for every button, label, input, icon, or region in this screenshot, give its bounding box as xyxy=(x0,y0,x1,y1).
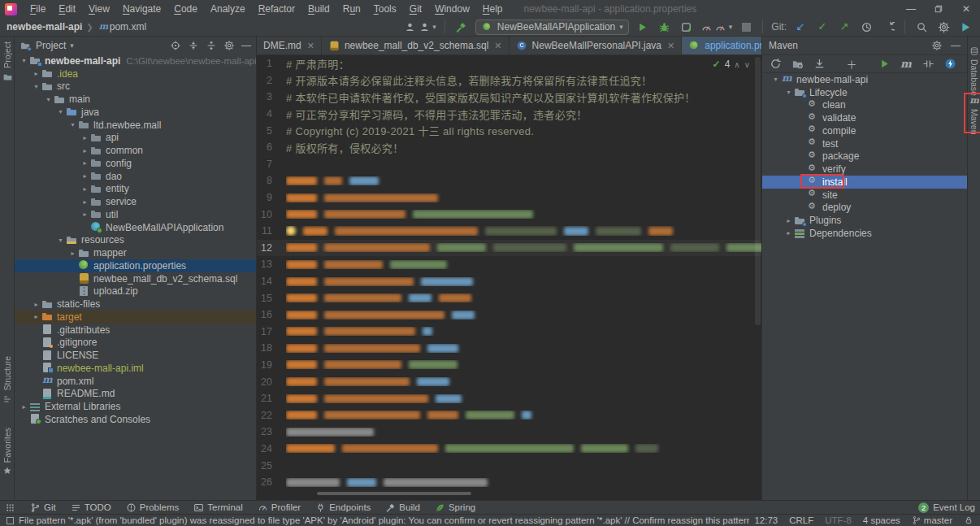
maven-refresh-button[interactable] xyxy=(767,56,783,72)
expand-all-icon[interactable] xyxy=(188,40,199,51)
project-item-static-files[interactable]: ▸static-files xyxy=(15,298,256,311)
project-item-api[interactable]: ▸api xyxy=(15,132,256,145)
project-item-src[interactable]: ▾src xyxy=(15,80,256,93)
maven-item-site[interactable]: site xyxy=(762,189,967,202)
tool-button-terminal[interactable]: Terminal xyxy=(193,502,242,513)
project-item--gitattributes[interactable]: .gitattributes xyxy=(15,324,256,337)
user-icon[interactable] xyxy=(416,19,432,35)
editor-tab-dme-md[interactable]: DME.md✕ xyxy=(257,37,322,54)
maven-item-dependencies[interactable]: ▸Dependencies xyxy=(762,227,967,240)
stop-button[interactable] xyxy=(738,19,754,35)
close-tab-icon[interactable]: ✕ xyxy=(494,41,501,51)
menu-navigate[interactable]: Navigate xyxy=(116,0,167,18)
close-tab-icon[interactable]: ✕ xyxy=(307,41,314,51)
menu-view[interactable]: View xyxy=(82,0,116,18)
menu-help[interactable]: Help xyxy=(476,0,510,18)
menu-git[interactable]: Git xyxy=(403,0,428,18)
maven-skip-tests-button[interactable] xyxy=(920,56,936,72)
git-push-button[interactable]: ↗ xyxy=(836,19,852,35)
project-item-scratches-and-consoles[interactable]: Scratches and Consoles xyxy=(15,413,256,426)
project-item-resources[interactable]: ▾resources xyxy=(15,234,256,247)
chevron-collapsed-icon[interactable]: ▸ xyxy=(31,301,41,308)
chevron-collapsed-icon[interactable]: ▸ xyxy=(783,217,794,224)
chevron-expanded-icon[interactable]: ▾ xyxy=(31,83,41,90)
maven-item-install[interactable]: install xyxy=(762,176,967,189)
chevron-expanded-icon[interactable]: ▾ xyxy=(55,237,66,244)
chevron-collapsed-icon[interactable]: ▸ xyxy=(80,185,90,193)
project-item-dao[interactable]: ▸dao xyxy=(15,170,256,183)
vertical-scrollbar-thumb[interactable] xyxy=(755,57,761,325)
maven-hide-panel-icon[interactable]: — xyxy=(951,40,960,51)
coverage-button[interactable] xyxy=(679,19,695,35)
chevron-expanded-icon[interactable]: ▾ xyxy=(770,76,781,83)
chevron-expanded-icon[interactable]: ▾ xyxy=(19,57,29,64)
hide-panel-icon[interactable]: — xyxy=(241,40,251,51)
project-item-newbee-mall-api[interactable]: ▾newbee-mall-apiC:\Git\newbee\newbee-mal… xyxy=(15,54,256,67)
maven-execute-goal-button[interactable]: m xyxy=(898,56,914,72)
close-tab-icon[interactable]: ✕ xyxy=(667,41,674,51)
tool-button-endpoints[interactable]: Endpoints xyxy=(315,502,371,513)
maven-panel-title[interactable]: Maven xyxy=(769,40,798,51)
run-button[interactable] xyxy=(635,19,651,35)
menu-edit[interactable]: Edit xyxy=(52,0,82,18)
chevron-collapsed-icon[interactable]: ▸ xyxy=(67,250,78,257)
prev-problem-icon[interactable]: ∧ xyxy=(734,60,739,69)
maven-item-compile[interactable]: compile xyxy=(762,124,967,137)
chevron-collapsed-icon[interactable]: ▸ xyxy=(783,229,794,237)
menu-window[interactable]: Window xyxy=(428,0,476,18)
maven-item-plugins[interactable]: ▸Plugins xyxy=(762,214,967,227)
file-encoding[interactable]: UTF-8 xyxy=(825,515,852,525)
chevron-collapsed-icon[interactable]: ▸ xyxy=(80,172,90,180)
profiler-button[interactable]: ▾ xyxy=(700,19,733,35)
tool-button-problems[interactable]: Problems xyxy=(126,502,180,513)
event-log-button[interactable]: 2 Event Log xyxy=(918,502,975,513)
maven-run-button[interactable] xyxy=(876,56,892,72)
menu-code[interactable]: Code xyxy=(167,0,204,18)
git-rollback-button[interactable] xyxy=(880,19,896,35)
maven-item-clean[interactable]: clean xyxy=(762,99,967,112)
tool-button-git[interactable]: Git xyxy=(30,502,56,513)
git-commit-button[interactable]: ✓ xyxy=(814,19,830,35)
git-branch-widget[interactable]: master xyxy=(912,515,952,525)
project-item-java[interactable]: ▾java xyxy=(15,106,256,119)
project-view-title[interactable]: Project xyxy=(36,40,66,51)
build-project-button[interactable] xyxy=(453,19,470,35)
maven-item-deploy[interactable]: deploy xyxy=(762,202,967,215)
project-item-mapper[interactable]: ▸mapper xyxy=(15,246,256,259)
project-item-license[interactable]: LICENSE xyxy=(15,349,256,362)
menu-run[interactable]: Run xyxy=(336,0,367,18)
editor-code-area[interactable]: 1# 严肃声明：2# 开源版本请务必保留此注释头信息，若删除我方将保留所有法律责… xyxy=(257,55,761,500)
horizontal-scrollbar-thumb[interactable] xyxy=(317,492,471,495)
tool-button-todo[interactable]: TODO xyxy=(71,502,111,513)
minimize-button[interactable]: — xyxy=(897,0,925,18)
maven-download-sources-button[interactable] xyxy=(811,56,827,72)
caret-position[interactable]: 12:73 xyxy=(754,515,778,525)
search-everywhere-button[interactable] xyxy=(913,19,930,35)
profiler-button-chevron-icon[interactable]: ▾ xyxy=(729,23,733,31)
git-update-button[interactable]: ↙ xyxy=(792,19,809,35)
next-problem-icon[interactable]: ∨ xyxy=(744,60,750,69)
maven-item-test[interactable]: test xyxy=(762,137,967,150)
chevron-expanded-icon[interactable]: ▾ xyxy=(43,96,54,103)
collapse-all-icon[interactable] xyxy=(206,40,217,51)
ide-features-trainer-icon[interactable] xyxy=(957,19,973,35)
git-history-button[interactable] xyxy=(858,19,874,35)
tool-tab-favorites[interactable]: Favorites xyxy=(0,428,15,476)
project-item-main[interactable]: ▾main xyxy=(15,93,256,106)
tool-button-profiler[interactable]: Profiler xyxy=(258,502,301,513)
maven-item-verify[interactable]: verify xyxy=(762,163,967,176)
chevron-expanded-icon[interactable]: ▾ xyxy=(67,121,78,128)
tool-button-build[interactable]: Build xyxy=(385,502,420,513)
tool-tab-project[interactable]: Project xyxy=(0,41,15,82)
chevron-expanded-icon[interactable]: ▾ xyxy=(783,89,794,96)
maven-add-project-button[interactable]: ＋ xyxy=(843,56,860,72)
close-button[interactable]: ✕ xyxy=(952,0,980,18)
project-item-common[interactable]: ▸common xyxy=(15,144,256,157)
menu-build[interactable]: Build xyxy=(301,0,336,18)
editor-tab-newbee-mall-db-v2-schema-sql[interactable]: newbee_mall_db_v2_schema.sql✕ xyxy=(322,37,510,54)
maven-item-validate[interactable]: validate xyxy=(762,111,967,124)
chevron-collapsed-icon[interactable]: ▸ xyxy=(31,70,41,77)
breadcrumb-file[interactable]: pom.xml xyxy=(110,21,146,33)
restore-button[interactable] xyxy=(925,0,952,18)
debug-button[interactable] xyxy=(657,19,673,35)
